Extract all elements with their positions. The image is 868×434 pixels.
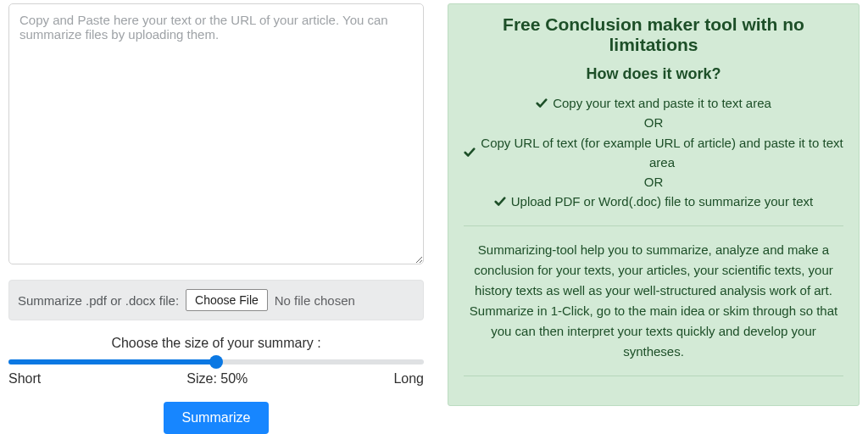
step-2: Copy URL of text (for example URL of art… xyxy=(464,133,843,173)
info-panel: Free Conclusion maker tool with no limit… xyxy=(448,3,860,406)
slider-thumb[interactable] xyxy=(209,355,223,369)
divider xyxy=(464,376,843,376)
info-title: Free Conclusion maker tool with no limit… xyxy=(464,14,843,55)
upload-label: Summarize .pdf or .docx file: xyxy=(18,293,179,308)
step-1: Copy your text and paste it to text area xyxy=(464,93,843,113)
size-caption: Choose the size of your summary : xyxy=(8,336,424,351)
slider-long-label: Long xyxy=(393,371,424,387)
check-icon xyxy=(494,196,506,208)
or-1: OR xyxy=(464,113,843,132)
step-3-text: Upload PDF or Word(.doc) file to summari… xyxy=(511,192,814,211)
check-icon xyxy=(464,147,476,159)
or-2: OR xyxy=(464,172,843,192)
info-subtitle: How does it work? xyxy=(464,65,843,83)
step-1-text: Copy your text and paste it to text area xyxy=(553,93,771,113)
step-2-text: Copy URL of text (for example URL of art… xyxy=(481,133,843,173)
summarize-button[interactable]: Summarize xyxy=(164,402,270,434)
info-description: Summarizing-tool help you to summarize, … xyxy=(464,240,843,362)
step-3: Upload PDF or Word(.doc) file to summari… xyxy=(464,192,843,211)
upload-bar: Summarize .pdf or .docx file: Choose Fil… xyxy=(8,280,424,320)
slider-fill xyxy=(8,359,216,364)
text-input[interactable] xyxy=(8,3,424,264)
choose-file-button[interactable]: Choose File xyxy=(186,289,268,311)
divider xyxy=(464,225,843,226)
size-slider[interactable]: Short Size: 50% Long xyxy=(8,359,424,387)
slider-short-label: Short xyxy=(8,371,41,387)
slider-size-label: Size: 50% xyxy=(41,371,393,387)
check-icon xyxy=(536,97,548,109)
no-file-label: No file chosen xyxy=(275,293,355,308)
slider-track[interactable] xyxy=(8,359,424,364)
input-panel: Summarize .pdf or .docx file: Choose Fil… xyxy=(8,3,424,434)
slider-labels: Short Size: 50% Long xyxy=(8,371,424,387)
